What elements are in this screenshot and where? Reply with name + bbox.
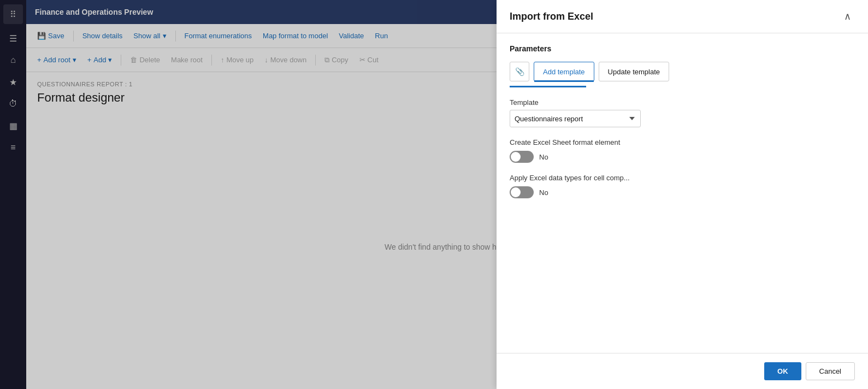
create-sheet-group: Create Excel Sheet format element No [510,138,855,163]
active-tab-underline [510,86,586,87]
apply-types-group: Apply Excel data types for cell comp... … [510,174,855,198]
panel-body: Parameters 📎 Add template Update templat… [497,33,868,353]
apply-types-label: Apply Excel data types for cell comp... [510,174,855,182]
ok-button[interactable]: OK [764,362,801,380]
panel-footer: OK Cancel [497,353,868,389]
apply-types-toggle-knob [511,187,521,197]
create-sheet-value: No [539,153,548,161]
panel-collapse-button[interactable]: ∧ [840,9,855,24]
help-icon[interactable]: ? [854,5,859,15]
create-sheet-toggle-knob [511,152,521,162]
template-field-label: Template [510,98,855,107]
template-select[interactable]: Questionnaires report [510,110,641,127]
panel-header: Import from Excel ∧ [497,0,868,33]
update-template-button[interactable]: Update template [599,62,669,81]
create-sheet-toggle-group: No [510,151,855,163]
side-panel: Import from Excel ∧ Parameters 📎 Add tem… [497,0,868,389]
add-template-button[interactable]: Add template [534,62,594,81]
template-actions: 📎 Add template Update template [510,62,855,81]
parameters-section-label: Parameters [510,44,855,53]
cancel-button[interactable]: Cancel [806,362,855,380]
create-sheet-label: Create Excel Sheet format element [510,138,855,146]
apply-types-toggle[interactable] [510,186,534,198]
apply-types-value: No [539,188,548,197]
create-sheet-toggle[interactable] [510,151,534,163]
attach-button[interactable]: 📎 [510,62,529,81]
apply-types-toggle-group: No [510,186,855,198]
paperclip-icon: 📎 [515,67,524,76]
panel-title: Import from Excel [510,11,593,22]
template-field-group: Template Questionnaires report [510,98,855,127]
